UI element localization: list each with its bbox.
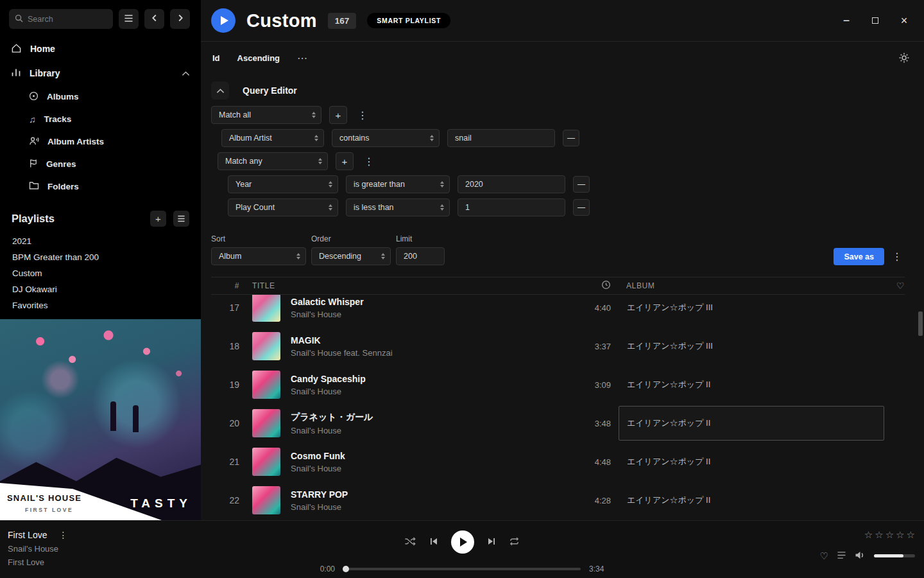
star-icon[interactable]: ☆ — [896, 530, 904, 539]
sort-field-button[interactable]: Id — [212, 53, 220, 63]
track-row[interactable]: 18 MAGIK Snail's House feat. Sennzai 3:3… — [211, 327, 905, 365]
sidebar-item-genres[interactable]: Genres — [0, 153, 201, 175]
match-type-select[interactable]: Match any — [218, 152, 328, 170]
remove-rule-button[interactable]: — — [573, 199, 590, 216]
shuffle-button[interactable] — [404, 536, 416, 548]
star-icon[interactable]: ☆ — [875, 530, 883, 539]
column-header-favorite[interactable]: ♡ — [891, 281, 905, 291]
track-artist[interactable]: Snail's House — [291, 502, 566, 512]
add-rule-button[interactable]: + — [329, 106, 347, 124]
playlist-list-button[interactable] — [173, 211, 189, 227]
track-title[interactable]: STARRY POP — [291, 489, 566, 500]
rule-operator-select[interactable]: contains — [332, 129, 440, 147]
rule-field-select[interactable]: Year — [228, 175, 338, 193]
rule-operator-select[interactable]: is less than — [346, 198, 450, 216]
playlist-item[interactable]: 2021 — [0, 233, 201, 249]
track-title[interactable]: Cosmo Funk — [291, 451, 566, 461]
star-icon[interactable]: ☆ — [864, 530, 873, 539]
now-playing-artist[interactable]: Snail's House — [8, 544, 70, 554]
save-as-button[interactable]: Save as — [834, 248, 884, 265]
playlist-item[interactable]: Favorites — [0, 297, 201, 313]
track-album-cell[interactable]: エイリアン☆ポップ II — [619, 367, 884, 402]
previous-track-button[interactable] — [429, 537, 438, 548]
favorite-heart-button[interactable]: ♡ — [820, 551, 828, 561]
now-playing-title[interactable]: First Love — [8, 530, 47, 540]
add-playlist-button[interactable]: + — [150, 211, 166, 227]
next-track-button[interactable] — [487, 537, 496, 548]
limit-input[interactable] — [396, 247, 445, 265]
rule-value-input[interactable] — [458, 175, 565, 193]
sidebar-item-tracks[interactable]: ♫ Tracks — [0, 108, 201, 130]
track-artist[interactable]: Snail's House — [291, 426, 566, 435]
playlist-item[interactable]: DJ Okawari — [0, 281, 201, 297]
track-row[interactable]: 20 プラネット・ガール Snail's House 3:48 エイリアン☆ポッ… — [211, 404, 905, 442]
sidebar-item-home[interactable]: Home — [0, 37, 201, 61]
now-playing-menu-button[interactable]: ⋮ — [56, 530, 70, 540]
playlist-menu-button[interactable]: ⋮ — [889, 248, 905, 265]
sidebar-item-library[interactable]: Library — [0, 61, 201, 85]
track-row[interactable]: 17 Galactic Whisper Snail's House 4:40 エ… — [211, 295, 905, 327]
track-title[interactable]: Galactic Whisper — [291, 297, 566, 307]
match-type-select[interactable]: Match all — [211, 106, 321, 124]
track-album-cell[interactable]: エイリアン☆ポップ III — [619, 295, 884, 325]
track-album-cell[interactable]: エイリアン☆ポップ II — [619, 444, 884, 479]
rule-value-input[interactable] — [447, 129, 555, 147]
window-maximize-button[interactable] — [869, 15, 881, 26]
track-artist[interactable]: Snail's House feat. Sennzai — [291, 348, 566, 358]
search-input[interactable] — [28, 15, 107, 24]
remove-rule-button[interactable]: — — [563, 130, 579, 146]
track-title[interactable]: Candy Spaceship — [291, 374, 566, 384]
rule-value-input[interactable] — [458, 198, 565, 216]
nav-forward-button[interactable] — [170, 9, 190, 29]
nav-back-button[interactable] — [144, 9, 164, 29]
group-menu-button[interactable]: ⋮ — [355, 109, 370, 121]
column-header-title[interactable]: TITLE — [252, 281, 566, 290]
queue-button[interactable] — [837, 551, 846, 561]
group-menu-button[interactable]: ⋮ — [361, 155, 377, 168]
remove-rule-button[interactable]: — — [573, 176, 590, 193]
volume-button[interactable] — [855, 550, 866, 561]
settings-gear-button[interactable] — [898, 52, 910, 64]
scrollbar-thumb[interactable] — [918, 311, 923, 336]
track-album-cell[interactable]: エイリアン☆ポップ III — [619, 329, 884, 363]
seek-bar[interactable] — [343, 568, 581, 570]
volume-slider[interactable] — [874, 554, 915, 557]
column-header-duration[interactable] — [566, 280, 611, 292]
chevron-up-icon[interactable] — [182, 68, 190, 78]
repeat-button[interactable] — [509, 536, 520, 548]
playlist-item[interactable]: BPM Greater than 200 — [0, 249, 201, 265]
rule-field-select[interactable]: Album Artist — [221, 129, 324, 147]
menu-button[interactable] — [119, 9, 139, 29]
track-row[interactable]: 21 Cosmo Funk Snail's House 4:48 エイリアン☆ポ… — [211, 442, 905, 481]
play-pause-button[interactable] — [451, 530, 474, 554]
star-icon[interactable]: ☆ — [886, 530, 894, 539]
sort-select[interactable]: Album — [211, 247, 306, 265]
add-rule-button[interactable]: + — [336, 152, 354, 170]
search-box[interactable] — [9, 9, 113, 29]
play-playlist-button[interactable] — [211, 8, 235, 33]
track-row[interactable]: 19 Candy Spaceship Snail's House 3:09 エイ… — [211, 365, 905, 404]
sort-direction-button[interactable]: Ascending — [237, 53, 280, 63]
track-title[interactable]: プラネット・ガール — [291, 412, 566, 423]
column-header-index[interactable]: # — [211, 281, 239, 290]
order-select[interactable]: Descending — [311, 247, 391, 265]
seek-handle[interactable] — [343, 566, 349, 572]
more-options-icon[interactable]: ⋯ — [297, 52, 308, 64]
star-icon[interactable]: ☆ — [907, 530, 915, 539]
sidebar-item-folders[interactable]: Folders — [0, 175, 201, 198]
track-row[interactable]: 22 STARRY POP Snail's House 4:28 エイリアン☆ポ… — [211, 481, 905, 520]
track-artist[interactable]: Snail's House — [291, 310, 566, 319]
rule-field-select[interactable]: Play Count — [228, 198, 338, 216]
window-close-button[interactable]: × — [898, 15, 910, 26]
playlist-item[interactable]: Custom — [0, 265, 201, 281]
track-album-cell[interactable]: エイリアン☆ポップ II — [619, 483, 884, 518]
column-header-album[interactable]: ALBUM — [619, 281, 884, 290]
track-artist[interactable]: Snail's House — [291, 464, 566, 473]
rule-operator-select[interactable]: is greater than — [346, 175, 450, 193]
track-title[interactable]: MAGIK — [291, 335, 566, 346]
track-album-cell[interactable]: エイリアン☆ポップ II — [619, 406, 884, 441]
window-minimize-button[interactable]: − — [841, 15, 852, 26]
track-artist[interactable]: Snail's House — [291, 387, 566, 396]
now-playing-album[interactable]: First Love — [8, 557, 70, 567]
sidebar-item-albums[interactable]: Albums — [0, 85, 201, 108]
